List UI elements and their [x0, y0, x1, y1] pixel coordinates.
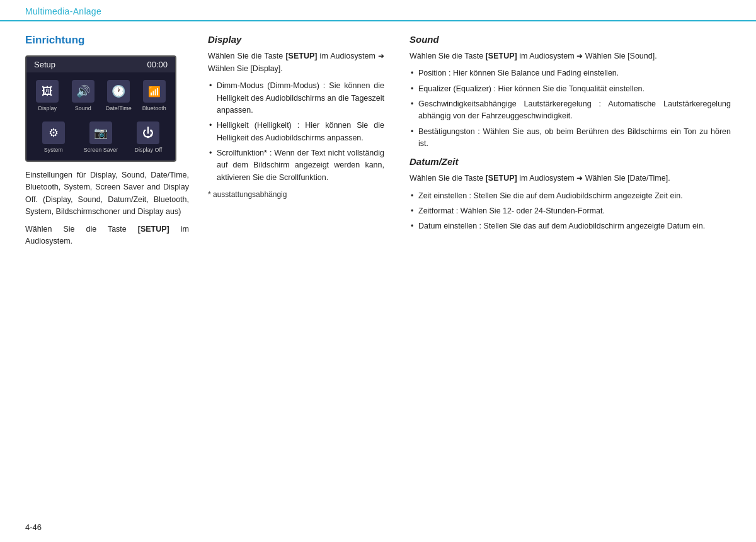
sound-intro: Wählen Sie die Taste [SETUP] im Audiosys…	[410, 50, 731, 62]
setup-item-screensaver: 📷 Screen Saver	[77, 118, 123, 155]
list-item: Bestätigungston : Wählen Sie aus, ob bei…	[410, 126, 731, 150]
system-icon: ⚙	[42, 121, 65, 144]
setup-topbar: Setup 00:00	[26, 57, 175, 72]
list-item: Datum einstellen : Stellen Sie das auf d…	[410, 220, 731, 232]
displayoff-icon: ⏻	[137, 121, 159, 144]
setup-item-bluetooth: 📶 Bluetooth	[137, 76, 172, 114]
screensaver-icon: 📷	[89, 121, 112, 144]
setup-item-sound: 🔊 Sound	[66, 76, 101, 114]
display-intro: Wählen Sie die Taste [SETUP] im Audiosys…	[208, 50, 384, 75]
display-bullets: Dimm-Modus (Dimm-Modus) : Sie können die…	[208, 80, 384, 184]
datetime-section-title: Datum/Zeit	[410, 156, 731, 167]
setup-grid-row2: ⚙ System 📷 Screen Saver ⏻ Display Off	[26, 116, 175, 161]
list-item: Helligkeit (Helligkeit) : Hier können Si…	[208, 120, 384, 144]
setup-item-displayoff-label: Display Off	[134, 147, 162, 153]
right-column: Sound Wählen Sie die Taste [SETUP] im Au…	[397, 34, 731, 523]
sound-bullets: Position : Hier können Sie Balance und F…	[410, 67, 731, 150]
setup-topbar-title: Setup	[34, 60, 55, 69]
left-instruction: Wählen Sie die Taste [SETUP] im Audiosys…	[25, 223, 189, 248]
list-item: Scrollfunktion* : Wenn der Text nicht vo…	[208, 147, 384, 184]
list-item: Zeitformat : Wählen Sie 12- oder 24-Stun…	[410, 205, 731, 217]
setup-topbar-time: 00:00	[147, 60, 168, 69]
setup-item-datetime-label: Date/Time	[106, 105, 132, 111]
datetime-intro: Wählen Sie die Taste [SETUP] im Audiosys…	[410, 172, 731, 184]
display-icon: 🖼	[36, 80, 59, 103]
setup-item-bluetooth-label: Bluetooth	[142, 105, 166, 111]
header-title: Multimedia-Anlage	[25, 6, 101, 16]
setup-item-display-label: Display	[38, 105, 57, 111]
sound-icon: 🔊	[72, 80, 94, 103]
middle-column: Display Wählen Sie die Taste [SETUP] im …	[202, 34, 397, 523]
main-content: Einrichtung Setup 00:00 🖼 Display 🔊 Soun…	[0, 21, 756, 536]
list-item: Geschwindigkeitsabhängige Lautstärkerege…	[410, 98, 731, 123]
page-number: 4-46	[25, 522, 42, 532]
setup-item-displayoff: ⏻ Display Off	[125, 118, 171, 155]
setup-item-datetime: 🕐 Date/Time	[101, 76, 136, 114]
setup-grid-row1: 🖼 Display 🔊 Sound 🕐 Date/Time 📶 Bluetoot…	[26, 72, 175, 116]
left-description: Einstellungen für Display, Sound, Date/T…	[25, 169, 189, 218]
setup-item-system-label: System	[44, 147, 63, 153]
setup-screen: Setup 00:00 🖼 Display 🔊 Sound 🕐 D	[25, 55, 176, 162]
list-item: Zeit einstellen : Stellen Sie die auf de…	[410, 190, 731, 202]
list-item: Position : Hier können Sie Balance und F…	[410, 67, 731, 79]
setup-item-system: ⚙ System	[30, 118, 76, 155]
bluetooth-icon: 📶	[143, 80, 166, 103]
display-section-title: Display	[208, 34, 384, 45]
display-footnote: * ausstattungsabhängig	[208, 190, 384, 199]
page-wrapper: Multimedia-Anlage Einrichtung Setup 00:0…	[0, 0, 756, 542]
left-column: Einrichtung Setup 00:00 🖼 Display 🔊 Soun…	[25, 34, 202, 523]
section-heading: Einrichtung	[25, 34, 189, 47]
setup-item-display: 🖼 Display	[30, 76, 65, 114]
datetime-icon: 🕐	[107, 80, 130, 103]
sound-section-title: Sound	[410, 34, 731, 45]
list-item: Equalizer (Equalizer) : Hier können Sie …	[410, 83, 731, 95]
header-bar: Multimedia-Anlage	[0, 0, 756, 21]
datetime-bullets: Zeit einstellen : Stellen Sie die auf de…	[410, 190, 731, 233]
list-item: Dimm-Modus (Dimm-Modus) : Sie können die…	[208, 80, 384, 116]
setup-item-screensaver-label: Screen Saver	[84, 147, 118, 153]
setup-item-sound-label: Sound	[75, 105, 91, 111]
